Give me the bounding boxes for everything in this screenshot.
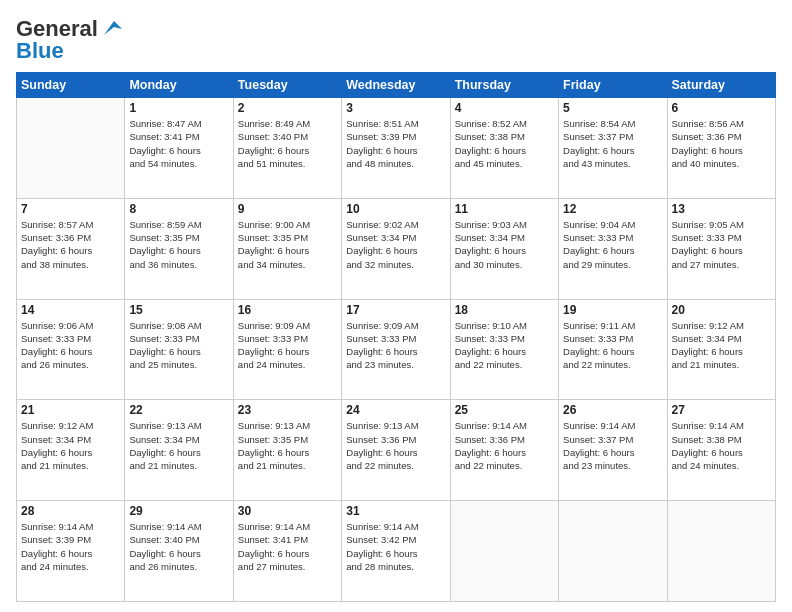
main-container: General Blue SundayMondayTuesdayWednesda…: [0, 0, 792, 612]
day-number: 11: [455, 202, 554, 216]
day-info: Sunrise: 9:12 AM Sunset: 3:34 PM Dayligh…: [21, 419, 120, 472]
empty-cell: [450, 501, 558, 602]
empty-cell: [17, 98, 125, 199]
calendar-table: SundayMondayTuesdayWednesdayThursdayFrid…: [16, 72, 776, 602]
day-number: 17: [346, 303, 445, 317]
day-cell-11: 11Sunrise: 9:03 AM Sunset: 3:34 PM Dayli…: [450, 198, 558, 299]
day-cell-9: 9Sunrise: 9:00 AM Sunset: 3:35 PM Daylig…: [233, 198, 341, 299]
day-number: 7: [21, 202, 120, 216]
day-cell-23: 23Sunrise: 9:13 AM Sunset: 3:35 PM Dayli…: [233, 400, 341, 501]
day-number: 21: [21, 403, 120, 417]
logo-blue: Blue: [16, 38, 64, 64]
day-cell-30: 30Sunrise: 9:14 AM Sunset: 3:41 PM Dayli…: [233, 501, 341, 602]
day-info: Sunrise: 8:59 AM Sunset: 3:35 PM Dayligh…: [129, 218, 228, 271]
svg-marker-0: [104, 21, 122, 35]
day-number: 29: [129, 504, 228, 518]
day-info: Sunrise: 9:02 AM Sunset: 3:34 PM Dayligh…: [346, 218, 445, 271]
weekday-friday: Friday: [559, 73, 667, 98]
day-number: 1: [129, 101, 228, 115]
day-info: Sunrise: 9:05 AM Sunset: 3:33 PM Dayligh…: [672, 218, 771, 271]
weekday-monday: Monday: [125, 73, 233, 98]
day-number: 24: [346, 403, 445, 417]
week-row-2: 7Sunrise: 8:57 AM Sunset: 3:36 PM Daylig…: [17, 198, 776, 299]
day-cell-25: 25Sunrise: 9:14 AM Sunset: 3:36 PM Dayli…: [450, 400, 558, 501]
day-number: 12: [563, 202, 662, 216]
day-cell-20: 20Sunrise: 9:12 AM Sunset: 3:34 PM Dayli…: [667, 299, 775, 400]
empty-cell: [559, 501, 667, 602]
day-number: 22: [129, 403, 228, 417]
day-info: Sunrise: 9:14 AM Sunset: 3:39 PM Dayligh…: [21, 520, 120, 573]
day-info: Sunrise: 9:13 AM Sunset: 3:36 PM Dayligh…: [346, 419, 445, 472]
day-info: Sunrise: 9:11 AM Sunset: 3:33 PM Dayligh…: [563, 319, 662, 372]
day-cell-28: 28Sunrise: 9:14 AM Sunset: 3:39 PM Dayli…: [17, 501, 125, 602]
day-info: Sunrise: 8:54 AM Sunset: 3:37 PM Dayligh…: [563, 117, 662, 170]
day-cell-26: 26Sunrise: 9:14 AM Sunset: 3:37 PM Dayli…: [559, 400, 667, 501]
day-cell-13: 13Sunrise: 9:05 AM Sunset: 3:33 PM Dayli…: [667, 198, 775, 299]
day-cell-3: 3Sunrise: 8:51 AM Sunset: 3:39 PM Daylig…: [342, 98, 450, 199]
day-number: 10: [346, 202, 445, 216]
day-cell-4: 4Sunrise: 8:52 AM Sunset: 3:38 PM Daylig…: [450, 98, 558, 199]
day-number: 2: [238, 101, 337, 115]
day-cell-22: 22Sunrise: 9:13 AM Sunset: 3:34 PM Dayli…: [125, 400, 233, 501]
day-info: Sunrise: 9:14 AM Sunset: 3:42 PM Dayligh…: [346, 520, 445, 573]
day-cell-14: 14Sunrise: 9:06 AM Sunset: 3:33 PM Dayli…: [17, 299, 125, 400]
day-number: 9: [238, 202, 337, 216]
day-number: 16: [238, 303, 337, 317]
day-cell-15: 15Sunrise: 9:08 AM Sunset: 3:33 PM Dayli…: [125, 299, 233, 400]
day-cell-17: 17Sunrise: 9:09 AM Sunset: 3:33 PM Dayli…: [342, 299, 450, 400]
day-number: 23: [238, 403, 337, 417]
logo: General Blue: [16, 16, 122, 64]
day-cell-24: 24Sunrise: 9:13 AM Sunset: 3:36 PM Dayli…: [342, 400, 450, 501]
day-number: 15: [129, 303, 228, 317]
day-cell-31: 31Sunrise: 9:14 AM Sunset: 3:42 PM Dayli…: [342, 501, 450, 602]
day-info: Sunrise: 8:57 AM Sunset: 3:36 PM Dayligh…: [21, 218, 120, 271]
day-info: Sunrise: 9:08 AM Sunset: 3:33 PM Dayligh…: [129, 319, 228, 372]
day-cell-21: 21Sunrise: 9:12 AM Sunset: 3:34 PM Dayli…: [17, 400, 125, 501]
day-cell-29: 29Sunrise: 9:14 AM Sunset: 3:40 PM Dayli…: [125, 501, 233, 602]
day-cell-5: 5Sunrise: 8:54 AM Sunset: 3:37 PM Daylig…: [559, 98, 667, 199]
day-cell-7: 7Sunrise: 8:57 AM Sunset: 3:36 PM Daylig…: [17, 198, 125, 299]
logo-bird-icon: [100, 19, 122, 37]
day-number: 8: [129, 202, 228, 216]
day-number: 6: [672, 101, 771, 115]
day-number: 5: [563, 101, 662, 115]
day-cell-18: 18Sunrise: 9:10 AM Sunset: 3:33 PM Dayli…: [450, 299, 558, 400]
day-info: Sunrise: 9:04 AM Sunset: 3:33 PM Dayligh…: [563, 218, 662, 271]
day-cell-1: 1Sunrise: 8:47 AM Sunset: 3:41 PM Daylig…: [125, 98, 233, 199]
day-number: 19: [563, 303, 662, 317]
day-number: 20: [672, 303, 771, 317]
day-info: Sunrise: 9:14 AM Sunset: 3:38 PM Dayligh…: [672, 419, 771, 472]
day-info: Sunrise: 9:14 AM Sunset: 3:40 PM Dayligh…: [129, 520, 228, 573]
day-number: 4: [455, 101, 554, 115]
day-info: Sunrise: 9:13 AM Sunset: 3:34 PM Dayligh…: [129, 419, 228, 472]
day-cell-16: 16Sunrise: 9:09 AM Sunset: 3:33 PM Dayli…: [233, 299, 341, 400]
weekday-sunday: Sunday: [17, 73, 125, 98]
day-info: Sunrise: 9:14 AM Sunset: 3:41 PM Dayligh…: [238, 520, 337, 573]
weekday-header-row: SundayMondayTuesdayWednesdayThursdayFrid…: [17, 73, 776, 98]
week-row-1: 1Sunrise: 8:47 AM Sunset: 3:41 PM Daylig…: [17, 98, 776, 199]
weekday-thursday: Thursday: [450, 73, 558, 98]
day-number: 14: [21, 303, 120, 317]
day-cell-19: 19Sunrise: 9:11 AM Sunset: 3:33 PM Dayli…: [559, 299, 667, 400]
day-info: Sunrise: 9:14 AM Sunset: 3:37 PM Dayligh…: [563, 419, 662, 472]
day-number: 30: [238, 504, 337, 518]
day-cell-27: 27Sunrise: 9:14 AM Sunset: 3:38 PM Dayli…: [667, 400, 775, 501]
day-number: 3: [346, 101, 445, 115]
day-number: 31: [346, 504, 445, 518]
day-cell-8: 8Sunrise: 8:59 AM Sunset: 3:35 PM Daylig…: [125, 198, 233, 299]
week-row-5: 28Sunrise: 9:14 AM Sunset: 3:39 PM Dayli…: [17, 501, 776, 602]
header: General Blue: [16, 16, 776, 64]
weekday-wednesday: Wednesday: [342, 73, 450, 98]
day-cell-2: 2Sunrise: 8:49 AM Sunset: 3:40 PM Daylig…: [233, 98, 341, 199]
day-info: Sunrise: 8:49 AM Sunset: 3:40 PM Dayligh…: [238, 117, 337, 170]
day-number: 25: [455, 403, 554, 417]
day-info: Sunrise: 8:56 AM Sunset: 3:36 PM Dayligh…: [672, 117, 771, 170]
day-number: 26: [563, 403, 662, 417]
week-row-3: 14Sunrise: 9:06 AM Sunset: 3:33 PM Dayli…: [17, 299, 776, 400]
day-cell-12: 12Sunrise: 9:04 AM Sunset: 3:33 PM Dayli…: [559, 198, 667, 299]
day-number: 27: [672, 403, 771, 417]
day-info: Sunrise: 9:00 AM Sunset: 3:35 PM Dayligh…: [238, 218, 337, 271]
day-info: Sunrise: 9:13 AM Sunset: 3:35 PM Dayligh…: [238, 419, 337, 472]
day-info: Sunrise: 9:09 AM Sunset: 3:33 PM Dayligh…: [346, 319, 445, 372]
weekday-tuesday: Tuesday: [233, 73, 341, 98]
